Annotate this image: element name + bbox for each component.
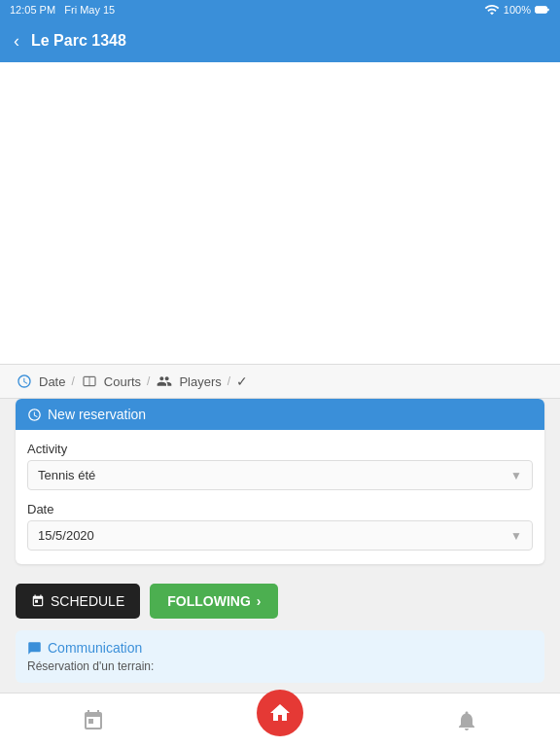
reservation-body: Activity Tennis été ▼ Date 15/5/2020 ▼ xyxy=(16,430,544,564)
date-select[interactable]: 15/5/2020 ▼ xyxy=(27,520,533,551)
following-arrow-icon: › xyxy=(257,593,262,609)
date-value: 15/5/2020 xyxy=(38,528,94,543)
communication-header: Communication xyxy=(27,640,533,656)
wifi-icon xyxy=(484,2,500,18)
schedule-button[interactable]: SCHEDULE xyxy=(16,584,140,619)
step-icon-date xyxy=(16,373,33,390)
activity-select[interactable]: Tennis été ▼ xyxy=(27,460,533,490)
svg-rect-1 xyxy=(547,9,549,12)
date-label: Date xyxy=(27,502,533,516)
main-content: Date / Courts / Players / ✓ New reservat… xyxy=(0,62,560,693)
communication-icon xyxy=(27,641,42,656)
bell-icon xyxy=(455,709,478,732)
step-label-courts: Courts xyxy=(104,374,141,389)
reservation-title: New reservation xyxy=(48,407,146,422)
status-bar: 12:05 PM Fri May 15 100% xyxy=(0,0,560,19)
tab-notifications[interactable] xyxy=(373,709,560,732)
reservation-header: New reservation xyxy=(16,399,544,430)
reservation-clock-icon xyxy=(27,408,42,422)
calendar-icon xyxy=(82,709,105,732)
svg-rect-0 xyxy=(536,7,547,14)
date-arrow-icon: ▼ xyxy=(510,529,522,543)
home-icon xyxy=(268,701,292,725)
schedule-label: SCHEDULE xyxy=(51,593,124,609)
header: ‹ Le Parc 1348 xyxy=(0,19,560,62)
step-sep-2: / xyxy=(147,374,150,388)
schedule-icon xyxy=(31,594,45,608)
step-sep-1: / xyxy=(71,374,74,388)
tab-calendar[interactable] xyxy=(0,709,187,732)
white-area xyxy=(0,62,560,364)
step-label-date: Date xyxy=(39,374,65,389)
following-button[interactable]: FOLLOWING › xyxy=(150,584,278,619)
buttons-row: SCHEDULE FOLLOWING › xyxy=(0,576,560,630)
activity-value: Tennis été xyxy=(38,468,95,482)
following-label: FOLLOWING xyxy=(167,593,251,609)
communication-body: Réservation d'un terrain: xyxy=(27,659,533,673)
status-right: 100% xyxy=(484,2,550,18)
tab-home[interactable] xyxy=(187,705,373,736)
page-title: Le Parc 1348 xyxy=(31,32,126,50)
back-button[interactable]: ‹ xyxy=(14,31,19,52)
step-icon-courts xyxy=(81,373,98,390)
activity-arrow-icon: ▼ xyxy=(510,469,522,482)
communication-section: Communication Réservation d'un terrain: xyxy=(16,630,544,683)
time-group: Time 08:00 ▼ xyxy=(27,562,533,564)
home-button[interactable] xyxy=(257,690,303,736)
step-icon-players xyxy=(156,373,173,390)
step-icon-check: ✓ xyxy=(236,374,248,389)
date-group: Date 15/5/2020 ▼ xyxy=(27,502,533,551)
reservation-card: New reservation Activity Tennis été ▼ Da… xyxy=(16,399,544,564)
battery-icon xyxy=(535,2,550,18)
time-label: Time xyxy=(27,562,533,564)
step-label-players: Players xyxy=(179,374,221,389)
steps-bar: Date / Courts / Players / ✓ xyxy=(0,364,560,399)
activity-label: Activity xyxy=(27,442,533,456)
activity-group: Activity Tennis été ▼ xyxy=(27,442,533,490)
communication-title: Communication xyxy=(48,640,142,656)
step-sep-3: / xyxy=(228,374,230,388)
tab-bar xyxy=(0,693,560,747)
battery-text: 100% xyxy=(504,4,531,16)
status-time-date: 12:05 PM Fri May 15 xyxy=(10,4,115,16)
